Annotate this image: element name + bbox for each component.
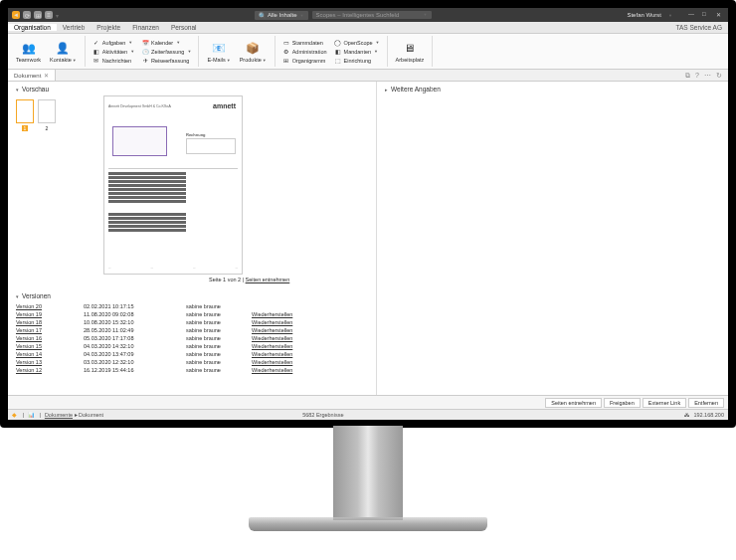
openscope-button[interactable]: ◯OpenScope▼ — [332, 39, 382, 47]
version-link[interactable]: Version 15 — [16, 343, 76, 349]
breadcrumb[interactable]: Dokumente ▸ Dokument — [45, 412, 103, 418]
maximize-button[interactable]: □ — [702, 11, 710, 19]
app-icon: ◆ — [12, 412, 19, 419]
version-date: 04.03.2020 13:47:09 — [84, 351, 178, 357]
arbeitsplatz-label: Arbeitsplatz — [396, 57, 425, 63]
version-link[interactable]: Version 13 — [16, 359, 76, 365]
divider: | — [39, 412, 40, 418]
kontakte-button[interactable]: 👤 Kontakte▼ — [47, 39, 80, 64]
preview-header[interactable]: ▾ Vorschau — [16, 86, 368, 93]
version-link[interactable]: Version 17 — [16, 327, 76, 333]
extract-pages-button[interactable]: Seiten entnehmen — [545, 398, 602, 408]
doc-stamp — [112, 126, 167, 156]
versions-header[interactable]: ▾ Versionen — [16, 292, 368, 299]
chevron-down-icon: ▼ — [668, 13, 672, 18]
clock-icon: 🕒 — [141, 48, 149, 56]
menu-icon[interactable]: ≡ — [45, 11, 53, 19]
administration-button[interactable]: ⚙Administration — [280, 48, 329, 56]
emails-button[interactable]: 📧 E-Mails▼ — [204, 39, 233, 64]
version-date: 16.12.2019 15:44:16 — [84, 367, 178, 373]
zeiterfassung-button[interactable]: 🕒Zeiterfassung▼ — [139, 48, 193, 56]
versions-title: Versionen — [22, 292, 51, 299]
close-button[interactable]: ✕ — [716, 11, 724, 19]
menu-vertrieb[interactable]: Vertrieb — [57, 24, 91, 31]
org-icon: ⊞ — [282, 57, 290, 65]
nachrichten-button[interactable]: ✉Nachrichten — [91, 57, 136, 65]
main-content: ▾ Vorschau 1 2 — [8, 82, 728, 395]
version-link[interactable]: Version 14 — [16, 351, 76, 357]
menu-projekte[interactable]: Projekte — [91, 24, 126, 31]
aufgaben-button[interactable]: ✓Aufgaben▼ — [91, 39, 136, 47]
help-icon[interactable]: ? — [695, 72, 699, 80]
restore-link[interactable]: Wiederherstellen — [252, 359, 292, 365]
activity-icon: ◧ — [92, 48, 100, 56]
thumbnail-1[interactable]: 1 — [16, 99, 34, 282]
kontakte-label: Kontakte — [50, 57, 72, 63]
thumbnail-strip: 1 2 — [16, 95, 56, 282]
preview-title: Vorschau — [22, 86, 49, 93]
email-icon: 📧 — [211, 40, 227, 56]
organigramm-button[interactable]: ⊞Organigramm — [280, 57, 329, 65]
version-user: sabine braune — [186, 343, 244, 349]
chart-icon[interactable]: 📊 — [28, 412, 35, 419]
tab-dokument[interactable]: Dokument ✕ — [8, 70, 56, 81]
produkte-button[interactable]: 📦 Produkte▼ — [237, 39, 270, 64]
einrichtung-button[interactable]: ⬚Einrichtung — [332, 57, 382, 65]
details-header[interactable]: ▸ Weitere Angaben — [385, 86, 720, 93]
reiseerfassung-button[interactable]: ✈Reiseerfassung — [139, 57, 193, 65]
scope-icon: ◯ — [334, 39, 342, 47]
version-link[interactable]: Version 19 — [16, 311, 76, 317]
mandanten-button[interactable]: ◧Mandanten▼ — [332, 48, 382, 56]
back-icon[interactable]: ◄ — [12, 11, 20, 19]
versions-table: Version 2002.02.2021 10:17:15sabine brau… — [16, 302, 368, 374]
restore-link[interactable]: Wiederherstellen — [252, 343, 292, 349]
version-user: sabine braune — [186, 327, 244, 333]
version-link[interactable]: Version 18 — [16, 319, 76, 325]
messages-icon: ✉ — [92, 57, 100, 65]
minimize-button[interactable]: — — [688, 11, 696, 19]
search-input[interactable]: Scopes – Intelligentes Suchfeld ▼ — [312, 11, 432, 19]
restore-link[interactable]: Wiederherstellen — [252, 351, 292, 357]
menu-bar: Organisation Vertrieb Projekte Finanzen … — [8, 22, 728, 34]
thumbnail-image — [38, 99, 56, 123]
shares-button[interactable]: Freigaben — [604, 398, 641, 408]
version-link[interactable]: Version 16 — [16, 335, 76, 341]
extract-pages-link[interactable]: Seiten entnehmen — [246, 277, 290, 282]
menu-personal[interactable]: Personal — [165, 24, 203, 31]
restore-link[interactable]: Wiederherstellen — [252, 319, 292, 325]
thumbnail-2[interactable]: 2 — [38, 99, 56, 282]
grid-icon[interactable]: ⊞ — [34, 11, 42, 19]
server-address: 192.168.200 — [693, 412, 724, 418]
remove-button[interactable]: Entfernen — [688, 398, 724, 408]
restore-link[interactable]: Wiederherstellen — [252, 327, 292, 333]
search-icon: 🔍 — [259, 12, 266, 19]
refresh-action-icon[interactable]: ↻ — [716, 72, 722, 80]
teamwork-button[interactable]: 👥 Teamwork — [13, 39, 44, 64]
thumb-number: 2 — [46, 125, 49, 131]
version-link[interactable]: Version 12 — [16, 367, 76, 373]
version-link[interactable]: Version 20 — [16, 303, 76, 309]
version-row: Version 1728.05.2020 11:02:49sabine brau… — [16, 326, 368, 334]
external-link-button[interactable]: Externer Link — [643, 398, 686, 408]
tab-close-icon[interactable]: ✕ — [44, 72, 49, 79]
document-tab-bar: Dokument ✕ ⧉ ? ⋯ ↻ — [8, 70, 728, 82]
produkte-icon: 📦 — [245, 40, 261, 56]
menu-organisation[interactable]: Organisation — [8, 24, 57, 31]
arbeitsplatz-button[interactable]: 🖥 Arbeitsplatz — [393, 39, 428, 64]
user-name[interactable]: Stefan Wurst — [627, 12, 661, 18]
aktivitaten-button[interactable]: ◧Aktivitäten▼ — [91, 48, 136, 56]
restore-link[interactable]: Wiederherstellen — [252, 311, 292, 317]
menu-finanzen[interactable]: Finanzen — [126, 24, 165, 31]
copy-icon[interactable]: ⧉ — [685, 72, 690, 80]
search-scope-dropdown[interactable]: 🔍 Alle Inhalte ▼ — [255, 11, 308, 20]
version-date: 10.08.2020 15:32:10 — [84, 319, 178, 325]
version-date: 02.02.2021 10:17:15 — [84, 303, 178, 309]
more-icon[interactable]: ⋯ — [704, 72, 711, 80]
kalender-button[interactable]: 📅Kalender▼ — [139, 39, 193, 47]
refresh-icon[interactable]: ⟳ — [23, 11, 31, 19]
page-info: Seite 1 von 2 | Seiten entnehmen — [209, 277, 289, 282]
stammdaten-button[interactable]: ▭Stammdaten — [280, 39, 329, 47]
restore-link[interactable]: Wiederherstellen — [252, 335, 292, 341]
restore-link[interactable]: Wiederherstellen — [252, 367, 292, 373]
workspace-icon: 🖥 — [402, 40, 418, 56]
